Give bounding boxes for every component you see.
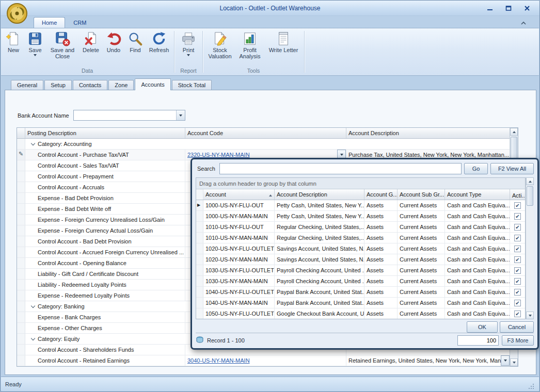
- account-group-cell[interactable]: Assets: [364, 222, 398, 232]
- account-subgroup-cell[interactable]: Current Assets: [398, 276, 445, 286]
- column-header-account-subgroup[interactable]: Account Sub Gr...: [398, 189, 445, 200]
- save-button[interactable]: Save: [24, 30, 46, 68]
- new-button[interactable]: New: [3, 30, 24, 68]
- account-group-cell[interactable]: Assets: [364, 265, 398, 275]
- bank-account-name-input[interactable]: [74, 110, 176, 120]
- posting-description-cell[interactable]: Control Account - Purchase Tax/VAT: [25, 150, 185, 160]
- active-cell[interactable]: ✔: [510, 254, 525, 265]
- account-type-cell[interactable]: Cash and Cash Equiva...: [445, 308, 510, 319]
- account-cell[interactable]: 1020-US-NY-FLU-OUTLET: [203, 243, 275, 254]
- account-subgroup-cell[interactable]: Current Assets: [398, 243, 445, 254]
- search-input[interactable]: [219, 163, 462, 174]
- scroll-up-button[interactable]: [510, 128, 518, 136]
- maximize-button[interactable]: [503, 5, 514, 12]
- account-description-cell[interactable]: Retained Earnings, United States, New Yo…: [346, 355, 510, 366]
- close-button[interactable]: [522, 5, 532, 12]
- posting-description-cell[interactable]: Expense - Bad Debt Write off: [25, 204, 185, 214]
- tab-accounts[interactable]: Accounts: [135, 78, 170, 90]
- active-cell[interactable]: ✔: [510, 233, 525, 243]
- account-group-cell[interactable]: Assets: [364, 287, 398, 297]
- table-row[interactable]: Control Account - Retained Earnings3040-…: [17, 355, 510, 366]
- account-subgroup-cell[interactable]: Current Assets: [398, 287, 445, 297]
- account-cell[interactable]: 1030-US-NY-FLU-OUTLET: [203, 265, 275, 275]
- posting-description-cell[interactable]: Liability - Gift Card / Certificate Disc…: [25, 269, 185, 279]
- active-checkbox[interactable]: ✔: [514, 267, 521, 274]
- active-cell[interactable]: ✔: [510, 243, 525, 254]
- account-cell[interactable]: 1030-US-NY-MAN-MAIN: [203, 276, 275, 286]
- popup-table-row[interactable]: 1050-US-NY-FLU-OUTLETGoogle Checkout Ban…: [196, 308, 525, 319]
- column-header-account[interactable]: Account: [203, 189, 275, 200]
- column-header-posting-description[interactable]: Posting Description: [25, 128, 185, 138]
- account-type-cell[interactable]: Cash and Cash Equiva...: [445, 211, 510, 221]
- posting-description-cell[interactable]: Expense - Redeemed Loyalty Points: [25, 290, 185, 301]
- posting-description-cell[interactable]: Control Account - Sales Tax/VAT: [25, 160, 185, 171]
- write-letter-button[interactable]: Write Letter: [265, 30, 302, 68]
- posting-description-cell[interactable]: Liability - Redeemed Loyalty Points: [25, 280, 185, 290]
- active-checkbox[interactable]: ✔: [514, 213, 521, 220]
- active-checkbox[interactable]: ✔: [514, 300, 521, 306]
- page-size-input[interactable]: [457, 335, 499, 346]
- tab-zone[interactable]: Zone: [108, 80, 134, 90]
- active-cell[interactable]: ✔: [510, 287, 525, 297]
- account-type-cell[interactable]: Cash and Cash Equiva...: [445, 287, 510, 297]
- column-header-account-description[interactable]: Account Description: [275, 189, 364, 200]
- dropdown-button[interactable]: [501, 355, 510, 366]
- posting-description-cell[interactable]: Expense - Other Charges: [25, 323, 185, 333]
- account-description-cell[interactable]: Petty Cash, United States, New Y...: [275, 200, 364, 210]
- account-type-cell[interactable]: Cash and Cash Equiva...: [445, 243, 510, 254]
- active-checkbox[interactable]: ✔: [514, 224, 521, 231]
- popup-table-row[interactable]: 1000-US-NY-MAN-MAINPetty Cash, United St…: [196, 211, 525, 222]
- posting-description-cell[interactable]: Expense - Foreign Currency Actual Loss/G…: [25, 225, 185, 236]
- account-description-cell[interactable]: Paypal Bank Account, United Stat...: [275, 287, 364, 297]
- account-cell[interactable]: 1000-US-NY-FLU-OUT: [203, 200, 275, 210]
- minimize-button[interactable]: [485, 5, 495, 12]
- account-cell[interactable]: 1050-US-NY-FLU-OUTLET: [203, 308, 275, 319]
- account-description-cell[interactable]: Regular Checking, United States,...: [275, 222, 364, 232]
- account-group-cell[interactable]: Assets: [364, 308, 398, 319]
- go-button[interactable]: Go: [464, 163, 488, 174]
- active-cell[interactable]: ✔: [510, 222, 525, 232]
- account-code-link[interactable]: 3040-US-NY-MAN-MAIN: [187, 357, 250, 364]
- account-description-cell[interactable]: Savings Account, United States, N...: [275, 243, 364, 254]
- account-group-cell[interactable]: Assets: [364, 200, 398, 210]
- popup-table-row[interactable]: 1040-US-NY-MAN-MAINPaypal Bank Account, …: [196, 298, 525, 308]
- account-description-cell[interactable]: Payroll Checking Account, United ...: [275, 265, 364, 275]
- bank-account-combo[interactable]: [73, 110, 185, 121]
- scroll-thumb[interactable]: [527, 186, 533, 206]
- active-cell[interactable]: ✔: [510, 211, 525, 221]
- account-cell[interactable]: 1000-US-NY-MAN-MAIN: [203, 211, 275, 221]
- posting-description-cell[interactable]: Control Account - Accruals: [25, 182, 185, 192]
- scroll-track[interactable]: [526, 185, 534, 312]
- account-description-cell[interactable]: Petty Cash, United States, New Y...: [275, 211, 364, 221]
- account-code-cell[interactable]: 3040-US-NY-MAN-MAIN: [185, 355, 346, 366]
- posting-description-cell[interactable]: Expense - Bad Debt Provision: [25, 193, 185, 203]
- collapse-chevron-icon[interactable]: [31, 141, 35, 145]
- posting-description-cell[interactable]: Control Account - Accrued Foreign Curren…: [25, 247, 185, 257]
- active-checkbox[interactable]: ✔: [514, 311, 521, 317]
- account-subgroup-cell[interactable]: Current Assets: [398, 211, 445, 221]
- column-header-account-group[interactable]: Account G...: [364, 189, 398, 200]
- ok-button[interactable]: OK: [467, 321, 498, 333]
- active-cell[interactable]: ✔: [510, 276, 525, 286]
- account-cell[interactable]: 1020-US-NY-MAN-MAIN: [203, 254, 275, 265]
- account-group-cell[interactable]: Assets: [364, 276, 398, 286]
- account-type-cell[interactable]: Cash and Cash Equiva...: [445, 298, 510, 308]
- active-checkbox[interactable]: ✔: [514, 289, 521, 296]
- collapse-chevron-icon[interactable]: [31, 304, 35, 308]
- find-button[interactable]: Find: [124, 30, 146, 68]
- undo-button[interactable]: Undo: [103, 30, 124, 68]
- account-cell[interactable]: 1040-US-NY-MAN-MAIN: [203, 298, 275, 308]
- active-cell[interactable]: ✔: [510, 265, 525, 275]
- account-group-cell[interactable]: Assets: [364, 298, 398, 308]
- ribbon-collapse-icon[interactable]: [521, 20, 526, 26]
- active-cell[interactable]: ✔: [510, 308, 525, 319]
- active-cell[interactable]: ✔: [510, 200, 525, 210]
- popup-vertical-scrollbar[interactable]: [526, 177, 534, 319]
- account-type-cell[interactable]: Cash and Cash Equiva...: [445, 276, 510, 286]
- account-group-cell[interactable]: Assets: [364, 254, 398, 265]
- column-header-active[interactable]: Acti...: [510, 189, 525, 200]
- tab-stock-total[interactable]: Stock Total: [172, 80, 212, 90]
- posting-description-cell[interactable]: Control Account - Shareholders Funds: [25, 345, 185, 355]
- collapse-chevron-icon[interactable]: [31, 336, 35, 340]
- account-subgroup-cell[interactable]: Current Assets: [398, 265, 445, 275]
